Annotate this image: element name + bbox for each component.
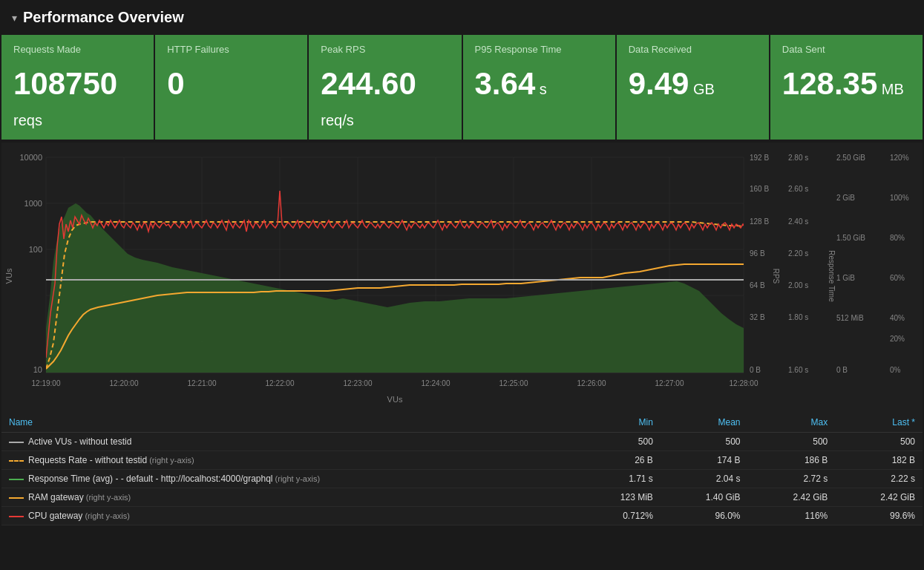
chart-container: 10000 1000 100 10 VUs 192 B 160 B 128 B … <box>1 150 923 410</box>
svg-text:64 B: 64 B <box>750 281 765 289</box>
stat-card-unit: req/s <box>321 112 353 128</box>
svg-text:1.60 s: 1.60 s <box>788 366 808 374</box>
stat-card-label: Peak RPS <box>321 44 449 55</box>
stat-card-p95-response-time: P95 Response Time 3.64 s <box>463 35 615 140</box>
legend-min: 0.712% <box>577 507 661 525</box>
legend-name: Requests Rate - without testid (right y-… <box>1 451 577 470</box>
svg-text:12:26:00: 12:26:00 <box>577 379 606 387</box>
legend-max: 186 B <box>748 451 836 470</box>
chart-svg: 10000 1000 100 10 VUs 192 B 160 B 128 B … <box>1 150 923 410</box>
legend-row: RAM gateway (right y-axis) 123 MiB 1.40 … <box>1 488 923 507</box>
legend-table: Name Min Mean Max Last * Active VUs - wi… <box>1 413 923 525</box>
svg-text:VUs: VUs <box>4 268 13 284</box>
stat-card-unit: GB <box>689 81 714 97</box>
stat-card-data-received: Data Received 9.49 GB <box>617 35 769 140</box>
stat-card-value: 244.60 req/s <box>321 68 449 131</box>
header: ▾ Performance Overview <box>0 0 924 35</box>
chart-section: 10000 1000 100 10 VUs 192 B 160 B 128 B … <box>1 142 923 525</box>
legend-line-icon <box>9 497 24 499</box>
stat-card-label: Data Received <box>629 44 757 55</box>
legend-last: 182 B <box>835 451 923 470</box>
legend-max: 116% <box>748 507 836 525</box>
stat-card-label: Data Sent <box>782 44 911 55</box>
right-axis-label: (right y-axis) <box>82 511 130 520</box>
legend-max: 2.72 s <box>748 470 836 488</box>
svg-text:96 B: 96 B <box>750 249 765 258</box>
legend-line-icon <box>9 479 24 480</box>
svg-text:2.40 s: 2.40 s <box>788 217 808 226</box>
legend-mean: 96.0% <box>661 507 748 525</box>
legend-min: 500 <box>577 433 661 451</box>
stat-card-label: HTTP Failures <box>167 44 295 55</box>
stat-card-value: 108750 reqs <box>13 68 142 131</box>
svg-text:80%: 80% <box>890 234 905 242</box>
legend-row: CPU gateway (right y-axis) 0.712% 96.0% … <box>1 507 923 525</box>
col-name: Name <box>1 413 577 433</box>
stat-card-value: 9.49 GB <box>629 68 757 99</box>
svg-text:10000: 10000 <box>19 153 42 162</box>
svg-text:10: 10 <box>33 365 42 374</box>
legend-last: 2.42 GiB <box>835 488 923 507</box>
svg-text:60%: 60% <box>890 274 905 282</box>
stat-card-unit: s <box>535 81 547 97</box>
svg-text:RPS: RPS <box>772 269 780 284</box>
svg-text:2.60 s: 2.60 s <box>788 185 808 193</box>
stat-card-value: 3.64 s <box>475 68 603 99</box>
svg-text:192 B: 192 B <box>750 154 769 162</box>
legend-last: 2.22 s <box>835 470 923 488</box>
col-max: Max <box>748 413 836 433</box>
col-mean: Mean <box>661 413 748 433</box>
svg-text:12:28:00: 12:28:00 <box>730 379 758 387</box>
col-last: Last * <box>835 413 923 433</box>
svg-text:12:27:00: 12:27:00 <box>655 379 684 387</box>
legend-row: Response Time (avg) - - default - http:/… <box>1 470 923 488</box>
svg-text:VUs: VUs <box>387 395 403 404</box>
svg-text:100: 100 <box>29 245 42 254</box>
stat-card-peak-rps: Peak RPS 244.60 req/s <box>309 35 461 140</box>
svg-text:0 B: 0 B <box>836 366 848 374</box>
svg-text:12:25:00: 12:25:00 <box>499 379 528 387</box>
svg-text:2.80 s: 2.80 s <box>788 154 808 162</box>
svg-text:120%: 120% <box>890 154 909 162</box>
svg-text:2 GiB: 2 GiB <box>836 194 855 202</box>
legend-line-icon <box>9 516 24 517</box>
stat-card-requests-made: Requests Made 108750 reqs <box>1 35 154 140</box>
legend-min: 26 B <box>577 451 661 470</box>
stat-card-value: 128.35 MB <box>782 68 911 99</box>
stat-card-unit: reqs <box>13 112 42 128</box>
svg-text:1.50 GiB: 1.50 GiB <box>836 234 865 242</box>
svg-text:2.20 s: 2.20 s <box>788 249 808 258</box>
stat-card-http-failures: HTTP Failures 0 <box>155 35 307 140</box>
legend-name: Response Time (avg) - - default - http:/… <box>1 470 577 488</box>
svg-text:12:20:00: 12:20:00 <box>110 379 139 387</box>
legend-name: CPU gateway (right y-axis) <box>1 507 577 525</box>
svg-text:160 B: 160 B <box>750 185 769 193</box>
svg-text:20%: 20% <box>890 335 905 343</box>
svg-text:100%: 100% <box>890 194 909 202</box>
svg-text:0%: 0% <box>890 366 901 374</box>
stat-card-value: 0 <box>167 68 295 99</box>
svg-text:0 B: 0 B <box>750 366 761 374</box>
legend-row: Active VUs - without testid 500 500 500 … <box>1 433 923 451</box>
svg-text:12:24:00: 12:24:00 <box>422 379 450 387</box>
legend-line-icon <box>9 442 24 443</box>
stat-card-label: Requests Made <box>13 44 142 55</box>
svg-text:12:19:00: 12:19:00 <box>32 379 61 387</box>
legend-name: Active VUs - without testid <box>1 433 577 451</box>
legend-mean: 1.40 GiB <box>661 488 748 507</box>
svg-text:128 B: 128 B <box>750 217 769 226</box>
legend-row: Requests Rate - without testid (right y-… <box>1 451 923 470</box>
svg-text:Response Time: Response Time <box>828 250 836 302</box>
page-title: Performance Overview <box>23 9 184 26</box>
legend-line-icon <box>9 460 24 462</box>
svg-text:1000: 1000 <box>24 199 42 208</box>
svg-text:1 GiB: 1 GiB <box>836 274 855 282</box>
legend-min: 123 MiB <box>577 488 661 507</box>
stat-card-data-sent: Data Sent 128.35 MB <box>770 35 923 140</box>
svg-text:2.00 s: 2.00 s <box>788 281 808 289</box>
stat-card-label: P95 Response Time <box>475 44 603 55</box>
stat-card-unit: MB <box>877 81 904 97</box>
legend-min: 1.71 s <box>577 470 661 488</box>
right-axis-label: (right y-axis) <box>273 474 321 483</box>
svg-text:32 B: 32 B <box>750 313 765 321</box>
